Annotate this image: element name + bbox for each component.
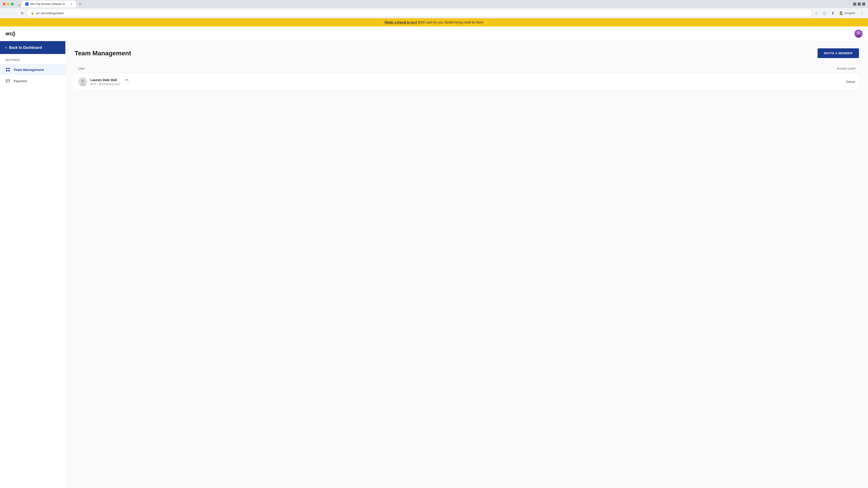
user-email: lill.le...@company.com	[90, 82, 120, 86]
more-options-button[interactable]: ⋮	[859, 10, 865, 16]
referral-link[interactable]: [Refer a friend to Arc] $500 cash for yo…	[385, 21, 484, 24]
active-tab[interactable]: A Hire Top Remote Software Dev... ×	[22, 1, 76, 7]
svg-point-1	[857, 31, 860, 34]
user-name: Lauren Dale Deli	[90, 78, 120, 82]
team-management-label: Team Management	[13, 68, 44, 72]
forward-nav-button[interactable]: →	[11, 10, 17, 16]
reload-button[interactable]: ↻	[19, 10, 25, 16]
incognito-label: Incognito	[844, 11, 855, 15]
window-maximize-button[interactable]	[11, 3, 13, 5]
svg-rect-9	[6, 81, 7, 82]
window-controls	[3, 3, 13, 5]
payment-label: Payment	[13, 79, 27, 83]
new-tab-button[interactable]: +	[77, 1, 83, 7]
svg-rect-4	[8, 68, 10, 69]
titlebar-restore[interactable]	[858, 2, 861, 6]
tab-favicon: A	[25, 2, 29, 6]
svg-point-11	[81, 79, 85, 83]
tab-close-button[interactable]: ×	[70, 2, 72, 6]
site-logo: arc()	[5, 31, 15, 37]
site-header: arc()	[0, 26, 868, 41]
loading-spinner	[125, 79, 129, 84]
user-details: Lauren Dale Deli lill.le...@company.com	[90, 78, 120, 86]
page-layout: ‹ Back to Dashboard SETTINGS Team Manage…	[0, 41, 868, 488]
access-level: Owner	[810, 80, 855, 84]
browser-chrome: ▾ A Hire Top Remote Software Dev... × + …	[0, 0, 868, 18]
browser-tabs: ▾ A Hire Top Remote Software Dev... × +	[17, 1, 851, 7]
main-content: Team Management INVITE A MEMBER User Acc…	[66, 41, 868, 488]
sidebar-item-payment[interactable]: Payment	[0, 75, 65, 87]
incognito-badge: 🕵 Incognito	[838, 10, 857, 16]
bookmark-button[interactable]: ☆	[813, 10, 819, 16]
browser-toolbar: ← → ↻ 🔒 arc.dev/settings/team ☆ ⬡ ⬇ 🕵 In…	[0, 8, 868, 18]
referral-message: $500 cash for you, $1000 hiring credit f…	[418, 21, 484, 24]
browser-titlebar: ▾ A Hire Top Remote Software Dev... × +	[0, 0, 868, 8]
extensions-button[interactable]: ⬡	[822, 10, 828, 16]
titlebar-minimize[interactable]	[853, 2, 856, 6]
tabs-dropdown-button[interactable]: ▾	[17, 3, 22, 7]
incognito-icon: 🕵	[839, 11, 843, 15]
settings-section-label: SETTINGS	[0, 54, 65, 64]
table-row: Lauren Dale Deli lill.le...@company.com …	[74, 74, 859, 90]
page-header: Team Management INVITE A MEMBER	[74, 48, 859, 58]
back-arrow-icon: ‹	[5, 45, 7, 50]
address-url: arc.dev/settings/team	[36, 11, 808, 15]
referral-banner: [Refer a friend to Arc] $500 cash for yo…	[0, 18, 868, 26]
download-button[interactable]: ⬇	[830, 10, 836, 16]
svg-rect-3	[6, 68, 7, 69]
user-avatar[interactable]	[855, 30, 863, 38]
team-management-icon	[5, 67, 10, 72]
titlebar-close[interactable]	[862, 2, 865, 6]
user-info: Lauren Dale Deli lill.le...@company.com	[78, 77, 810, 86]
table-header: User Access Level	[74, 64, 859, 73]
col-user-header: User	[78, 67, 810, 70]
col-access-header: Access Level	[810, 67, 855, 70]
referral-link-text[interactable]: [Refer a friend to Arc]	[385, 21, 417, 24]
svg-rect-7	[6, 79, 10, 82]
back-to-dashboard-link[interactable]: ‹ Back to Dashboard	[0, 41, 65, 54]
sidebar-item-team-management[interactable]: Team Management	[0, 64, 65, 75]
back-to-dashboard-label: Back to Dashboard	[9, 46, 42, 50]
page-title: Team Management	[74, 50, 131, 57]
tab-title: Hire Top Remote Software Dev...	[30, 2, 69, 6]
user-row-avatar	[78, 77, 87, 86]
address-bar[interactable]: 🔒 arc.dev/settings/team	[27, 10, 811, 17]
window-close-button[interactable]	[3, 3, 5, 5]
toolbar-actions: ☆ ⬡ ⬇ 🕵 Incognito ⋮	[813, 10, 865, 16]
payment-icon	[5, 78, 10, 84]
svg-rect-5	[6, 70, 7, 71]
app: [Refer a friend to Arc] $500 cash for yo…	[0, 18, 868, 488]
window-minimize-button[interactable]	[7, 3, 9, 5]
invite-member-button[interactable]: INVITE A MEMBER	[817, 48, 859, 58]
lock-icon: 🔒	[31, 11, 34, 15]
back-nav-button[interactable]: ←	[3, 10, 9, 16]
sidebar: ‹ Back to Dashboard SETTINGS Team Manage…	[0, 41, 66, 488]
svg-rect-6	[8, 70, 10, 71]
